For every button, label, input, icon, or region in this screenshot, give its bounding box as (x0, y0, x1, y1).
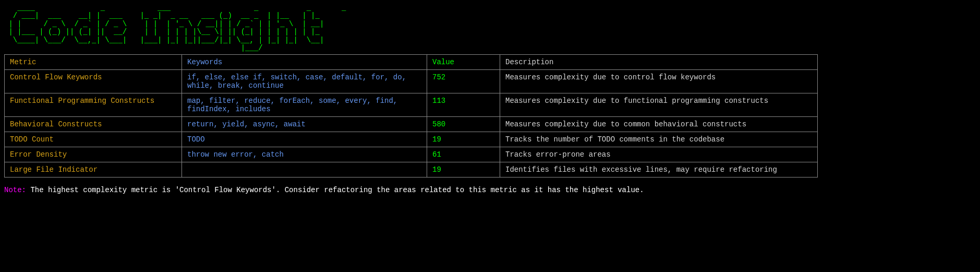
cell-value: 752 (427, 70, 500, 93)
cell-keywords: return, yield, async, await (182, 117, 427, 132)
metrics-table: Metric Keywords Value Description Contro… (4, 54, 818, 178)
table-row: Error Density throw new error, catch 61 … (5, 147, 818, 162)
table-row: Functional Programming Constructs map, f… (5, 93, 818, 117)
table-row: Large File Indicator 19 Identifies files… (5, 162, 818, 178)
cell-metric: TODO Count (5, 132, 182, 147)
cell-metric: Behavioral Constructs (5, 117, 182, 132)
cell-keywords (182, 162, 427, 178)
cell-value: 580 (427, 117, 500, 132)
cell-description: Measures complexity due to common behavi… (500, 117, 818, 132)
table-header-row: Metric Keywords Value Description (5, 55, 818, 70)
cell-metric: Control Flow Keywords (5, 70, 182, 93)
cell-value: 19 (427, 162, 500, 178)
table-row: Control Flow Keywords if, else, else if,… (5, 70, 818, 93)
cell-description: Tracks error-prone areas (500, 147, 818, 162)
cell-value: 19 (427, 132, 500, 147)
header-description: Description (500, 55, 818, 70)
cell-value: 61 (427, 147, 500, 162)
table-row: Behavioral Constructs return, yield, asy… (5, 117, 818, 132)
table-row: TODO Count TODO 19 Tracks the number of … (5, 132, 818, 147)
note-text: Note: The highest complexity metric is '… (4, 186, 976, 194)
cell-keywords: throw new error, catch (182, 147, 427, 162)
cell-metric: Large File Indicator (5, 162, 182, 178)
ascii-title: ____ _ ___ _ _ _ / ___| ___ __| | ___ |_… (4, 4, 976, 52)
note-label: Note: (4, 186, 26, 194)
cell-keywords: TODO (182, 132, 427, 147)
cell-value: 113 (427, 93, 500, 117)
cell-description: Tracks the number of TODO comments in th… (500, 132, 818, 147)
header-value: Value (427, 55, 500, 70)
cell-keywords: map, filter, reduce, forEach, some, ever… (182, 93, 427, 117)
note-body: The highest complexity metric is 'Contro… (26, 186, 644, 194)
cell-description: Measures complexity due to control flow … (500, 70, 818, 93)
cell-metric: Functional Programming Constructs (5, 93, 182, 117)
cell-description: Identifies files with excessive lines, m… (500, 162, 818, 178)
cell-keywords: if, else, else if, switch, case, default… (182, 70, 427, 93)
header-keywords: Keywords (182, 55, 427, 70)
header-metric: Metric (5, 55, 182, 70)
table-body: Control Flow Keywords if, else, else if,… (5, 70, 818, 178)
cell-metric: Error Density (5, 147, 182, 162)
cell-description: Measures complexity due to functional pr… (500, 93, 818, 117)
